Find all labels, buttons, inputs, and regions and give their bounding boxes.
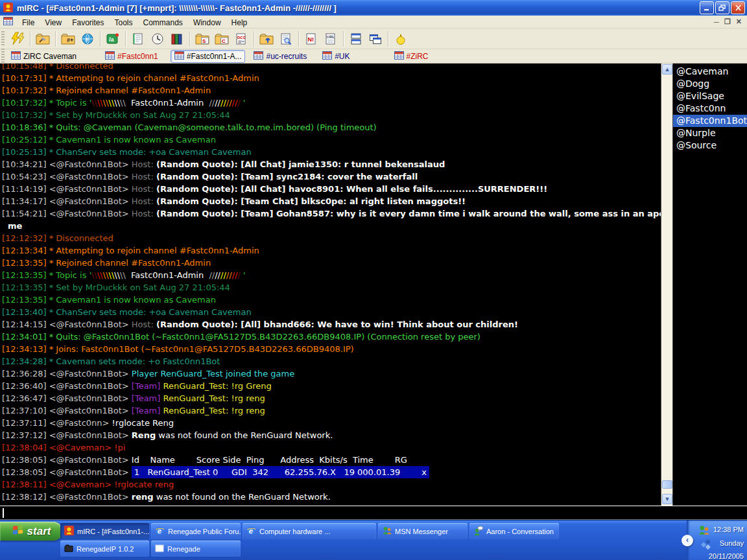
scroll-thumb[interactable]	[662, 480, 672, 489]
connect-icon[interactable]	[8, 30, 27, 48]
chat-line: [12:13:35] * Caveman1 is now known as Ca…	[2, 294, 661, 306]
send-file-icon[interactable]	[257, 30, 276, 48]
channel-window-icon	[254, 51, 263, 62]
menu-item-tools[interactable]: Tools	[110, 17, 138, 29]
taskbar-button-label: Aaron - Conversation	[486, 528, 554, 535]
minimize-button[interactable]	[700, 1, 714, 14]
mdi-restore-button[interactable]: ❐	[724, 18, 731, 26]
chat-line: [12:12:32] * Disconnected	[2, 232, 661, 244]
nick-list-item[interactable]: @Fastc0nn1Bot	[673, 115, 747, 127]
nick-list-item[interactable]: @Source	[673, 139, 747, 152]
switchbar-grip[interactable]	[1, 49, 5, 64]
status-window-icon[interactable]: S	[193, 30, 212, 48]
taskbar-button-label: RenegadeIP 1.0.2	[77, 545, 134, 553]
taskbar-button-renegade[interactable]: Renegade	[151, 541, 241, 557]
nick-list-item[interactable]: @EvilSage	[673, 90, 747, 102]
menu-item-favorites[interactable]: Favorites	[67, 17, 109, 29]
chat-line: [10:17:31] * Attempting to rejoin channe…	[2, 72, 661, 84]
view-log-icon[interactable]	[276, 30, 296, 48]
tab-label: #uc-recruits	[266, 52, 307, 61]
switchbar-tab--uk[interactable]: #UK	[319, 50, 353, 63]
taskbar-button-computer-hardware-[interactable]: eComputer hardware ...	[243, 523, 376, 539]
taskbar-button-label: mIRC - [#Fastc0nn1-...	[77, 528, 149, 535]
toolbar-grip[interactable]	[1, 31, 5, 47]
notify-icon[interactable]: N!	[302, 30, 321, 48]
switchbar-tab--uc-recruits[interactable]: #uc-recruits	[250, 50, 310, 63]
chat-line: [12:37:11] <@Fastc0nn> !rglocate Reng	[2, 417, 661, 429]
chat-line: [12:36:47] <@Fastc0nn1Bot> [Team] RenGua…	[2, 392, 661, 404]
menu-item-view[interactable]: View	[40, 17, 67, 29]
taskbar-button-aaron-conversation[interactable]: Aaron - Conversation	[469, 523, 559, 539]
channel-central-icon[interactable]: #	[78, 30, 97, 48]
chat-line: [10:25:12] * Caveman1 is now known as Ca…	[2, 134, 661, 146]
svg-text:#+: #+	[67, 37, 73, 43]
toolbar-separator	[189, 31, 190, 47]
timer-icon[interactable]	[148, 30, 167, 48]
tile-icon[interactable]	[366, 30, 385, 48]
switchbar-tab--fastc0nn1-a-[interactable]: #Fastc0nn1-A...	[171, 50, 246, 63]
scroll-up-button[interactable]: ▲	[662, 64, 672, 75]
dcc-icon[interactable]: DCC@=	[231, 30, 251, 48]
menu-item-window[interactable]: Window	[188, 17, 226, 29]
switchbar-tab--zirc[interactable]: #ZiRC	[391, 50, 432, 63]
nick-list-item[interactable]: @Dogg	[673, 78, 747, 90]
taskbar-button-msn-messenger[interactable]: MSN Messenger	[378, 523, 468, 539]
channels-list-icon[interactable]: #+	[58, 30, 78, 48]
help-books-icon[interactable]	[167, 30, 187, 48]
chat-line: me	[2, 220, 661, 232]
taskbar-clock[interactable]: 12:38 PM Sunday 20/11/2005	[709, 523, 744, 560]
switchbar-tab--fastc0nn1[interactable]: #Fastc0nn1	[102, 50, 161, 63]
tab-label: #ZiRC	[407, 52, 429, 61]
cascade-icon[interactable]	[346, 30, 366, 48]
svg-text:S: S	[202, 38, 206, 44]
address-book-icon[interactable]	[128, 30, 148, 48]
message-input[interactable]	[0, 506, 747, 520]
title-bar: mIRC - [#Fastc0nn1-Admin [7] [+mnprt]: \…	[0, 0, 747, 16]
menu-bar: FileViewFavoritesToolsCommandsWindowHelp…	[0, 16, 747, 29]
chat-line: [10:18:36] * Quits: @Caveman (Caveman@so…	[2, 121, 661, 134]
svg-text:C: C	[222, 38, 226, 44]
chat-line: [10:54:23] <@Fastc0nn1Bot> Host: (Random…	[2, 170, 661, 183]
nick-list: @Caveman@Dogg@EvilSage@Fastc0nn@Fastc0nn…	[672, 64, 747, 506]
chat-line: [12:36:40] <@Fastc0nn1Bot> [Team] RenGua…	[2, 380, 661, 392]
taskbar-button-renegadeip-1-0-2[interactable]: RenegadeIP 1.0.2	[60, 541, 149, 557]
away-icon[interactable]	[391, 30, 410, 48]
tray-chevron-button[interactable]: ‹	[682, 535, 693, 546]
msn-tray-icon[interactable]	[698, 524, 709, 539]
options-icon[interactable]	[33, 30, 53, 48]
toolbar-separator	[30, 31, 30, 47]
msn-icon	[382, 526, 392, 537]
switchbar-tab-zirc-caveman[interactable]: ZiRC Caveman	[8, 50, 80, 63]
chat-line: [10:15:48] * Disconnected	[2, 64, 661, 72]
nick-list-item[interactable]: @Nurple	[673, 127, 747, 139]
svg-text:DCC: DCC	[237, 35, 246, 39]
svg-text:/a: /a	[109, 36, 115, 43]
nick-list-item[interactable]: @Caveman	[673, 65, 747, 78]
restore-button[interactable]	[715, 1, 729, 14]
menu-item-file[interactable]: File	[17, 17, 40, 29]
channel-window: [10:15:48] * Disconnected[10:17:31] * At…	[0, 64, 747, 506]
scroll-down-button[interactable]: ▼	[662, 494, 672, 504]
start-button[interactable]: start	[0, 522, 62, 541]
chat-line: [10:17:32] * Topic is '\\\\\\\\\\\\ Fast…	[2, 97, 661, 109]
script-editor-icon[interactable]: /a	[103, 30, 123, 48]
taskbar-button-mirc-fastc0nn1-[interactable]: mIRC - [#Fastc0nn1-...	[60, 523, 149, 539]
chat-line: [12:13:34] * Attempting to rejoin channe…	[2, 244, 661, 257]
tab-label: #Fastc0nn1-A...	[187, 52, 242, 61]
taskbar-button-renegade-public-foru-[interactable]: eRenegade Public Foru...	[151, 523, 241, 539]
mirc-application-window: mIRC - [#Fastc0nn1-Admin [7] [+mnprt]: \…	[0, 0, 747, 560]
menu-item-help[interactable]: Help	[226, 17, 253, 29]
chat-message-area[interactable]: [10:15:48] * Disconnected[10:17:31] * At…	[0, 64, 661, 506]
mdi-minimize-button[interactable]: ─	[714, 18, 719, 26]
menu-item-commands[interactable]: Commands	[138, 17, 188, 29]
close-button[interactable]	[731, 1, 745, 14]
toolbar-separator	[298, 31, 299, 47]
mdi-close-button[interactable]: ✕	[736, 18, 742, 26]
chat-line: [12:36:28] <@Fastc0nn1Bot> Player RenGua…	[2, 368, 661, 380]
channel-window-icon	[174, 51, 184, 62]
nick-list-item[interactable]: @Fastc0nn	[673, 102, 747, 115]
chat-scrollbar[interactable]: ▲ ▼	[661, 64, 672, 506]
url-list-icon[interactable]: URL	[321, 30, 340, 48]
chat-line: [10:25:13] * ChanServ sets mode: +oa Cav…	[2, 146, 661, 158]
channel-window-icon[interactable]: C	[212, 30, 231, 48]
